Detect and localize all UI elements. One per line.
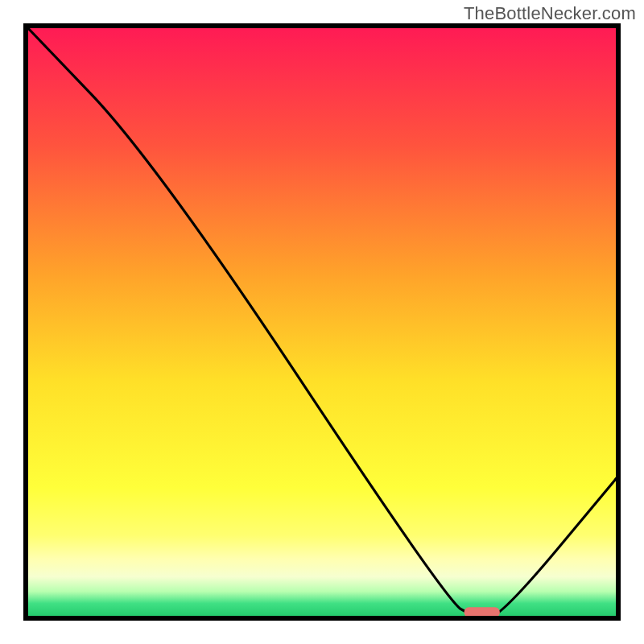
watermark-text: TheBottleNecker.com [464, 3, 636, 24]
plot-background [26, 26, 618, 618]
chart-container: TheBottleNecker.com [0, 0, 644, 644]
bottleneck-chart [0, 0, 644, 644]
